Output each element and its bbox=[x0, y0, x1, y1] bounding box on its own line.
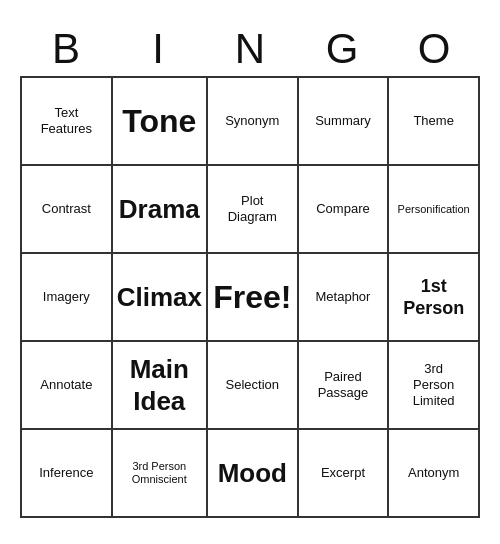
bingo-cell-3: Summary bbox=[299, 78, 390, 166]
bingo-letter-O: O bbox=[388, 26, 480, 72]
bingo-cell-24: Antonym bbox=[389, 430, 480, 518]
cell-text-6: Drama bbox=[119, 193, 200, 226]
bingo-cell-15: Annotate bbox=[22, 342, 113, 430]
cell-text-18: Paired Passage bbox=[318, 369, 369, 402]
cell-text-24: Antonym bbox=[408, 465, 459, 481]
cell-text-11: Climax bbox=[117, 281, 202, 314]
bingo-cell-12: Free! bbox=[208, 254, 299, 342]
cell-text-10: Imagery bbox=[43, 289, 90, 305]
cell-text-15: Annotate bbox=[40, 377, 92, 393]
bingo-cell-7: Plot Diagram bbox=[208, 166, 299, 254]
cell-text-16: Main Idea bbox=[130, 353, 189, 418]
bingo-cell-8: Compare bbox=[299, 166, 390, 254]
cell-text-7: Plot Diagram bbox=[228, 193, 277, 226]
bingo-cell-5: Contrast bbox=[22, 166, 113, 254]
bingo-letter-B: B bbox=[20, 26, 112, 72]
bingo-letter-G: G bbox=[296, 26, 388, 72]
cell-text-14: 1st Person bbox=[403, 275, 464, 320]
cell-text-2: Synonym bbox=[225, 113, 279, 129]
bingo-cell-11: Climax bbox=[113, 254, 208, 342]
cell-text-8: Compare bbox=[316, 201, 369, 217]
bingo-cell-21: 3rd Person Omniscient bbox=[113, 430, 208, 518]
bingo-cell-18: Paired Passage bbox=[299, 342, 390, 430]
bingo-cell-23: Excerpt bbox=[299, 430, 390, 518]
bingo-letter-N: N bbox=[204, 26, 296, 72]
cell-text-0: Text Features bbox=[41, 105, 92, 138]
cell-text-1: Tone bbox=[122, 101, 196, 141]
bingo-letter-I: I bbox=[112, 26, 204, 72]
bingo-cell-10: Imagery bbox=[22, 254, 113, 342]
cell-text-20: Inference bbox=[39, 465, 93, 481]
cell-text-19: 3rd Person Limited bbox=[413, 361, 455, 410]
bingo-grid: Text FeaturesToneSynonymSummaryThemeCont… bbox=[20, 76, 480, 518]
bingo-cell-6: Drama bbox=[113, 166, 208, 254]
bingo-cell-2: Synonym bbox=[208, 78, 299, 166]
cell-text-9: Personification bbox=[398, 203, 470, 216]
cell-text-21: 3rd Person Omniscient bbox=[132, 460, 187, 486]
bingo-cell-9: Personification bbox=[389, 166, 480, 254]
bingo-cell-4: Theme bbox=[389, 78, 480, 166]
cell-text-5: Contrast bbox=[42, 201, 91, 217]
bingo-cell-0: Text Features bbox=[22, 78, 113, 166]
cell-text-12: Free! bbox=[213, 277, 291, 317]
bingo-cell-1: Tone bbox=[113, 78, 208, 166]
bingo-cell-19: 3rd Person Limited bbox=[389, 342, 480, 430]
bingo-cell-22: Mood bbox=[208, 430, 299, 518]
bingo-cell-16: Main Idea bbox=[113, 342, 208, 430]
cell-text-13: Metaphor bbox=[316, 289, 371, 305]
bingo-cell-20: Inference bbox=[22, 430, 113, 518]
cell-text-22: Mood bbox=[218, 457, 287, 490]
cell-text-3: Summary bbox=[315, 113, 371, 129]
bingo-cell-14: 1st Person bbox=[389, 254, 480, 342]
bingo-title: BINGO bbox=[20, 26, 480, 72]
bingo-cell-17: Selection bbox=[208, 342, 299, 430]
bingo-cell-13: Metaphor bbox=[299, 254, 390, 342]
cell-text-4: Theme bbox=[413, 113, 453, 129]
cell-text-23: Excerpt bbox=[321, 465, 365, 481]
cell-text-17: Selection bbox=[226, 377, 279, 393]
bingo-card: BINGO Text FeaturesToneSynonymSummaryThe… bbox=[10, 16, 490, 528]
